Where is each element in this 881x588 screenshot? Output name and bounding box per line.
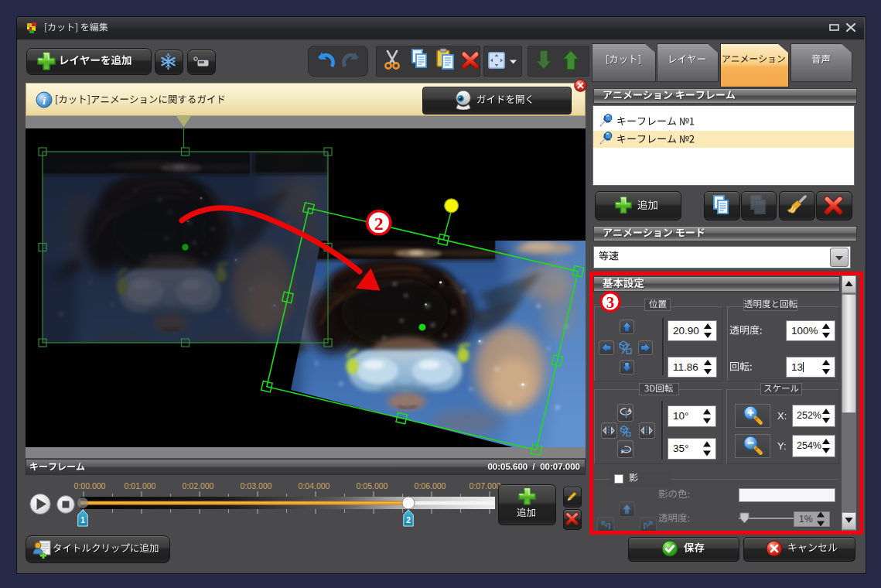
svg-text:0:03.000: 0:03.000 [241, 481, 272, 491]
svg-text:0:00.000: 0:00.000 [74, 481, 106, 491]
svg-text:0:05.000: 0:05.000 [357, 481, 388, 491]
svg-text:0:07.000: 0:07.000 [470, 481, 501, 491]
svg-text:0:01.000: 0:01.000 [125, 481, 156, 491]
svg-text:0:02.000: 0:02.000 [183, 481, 214, 491]
svg-text:2: 2 [374, 214, 384, 234]
svg-text:0:04.000: 0:04.000 [299, 481, 330, 491]
svg-text:1: 1 [80, 516, 85, 525]
svg-text:0:06.000: 0:06.000 [415, 481, 446, 491]
svg-text:2: 2 [406, 516, 411, 525]
